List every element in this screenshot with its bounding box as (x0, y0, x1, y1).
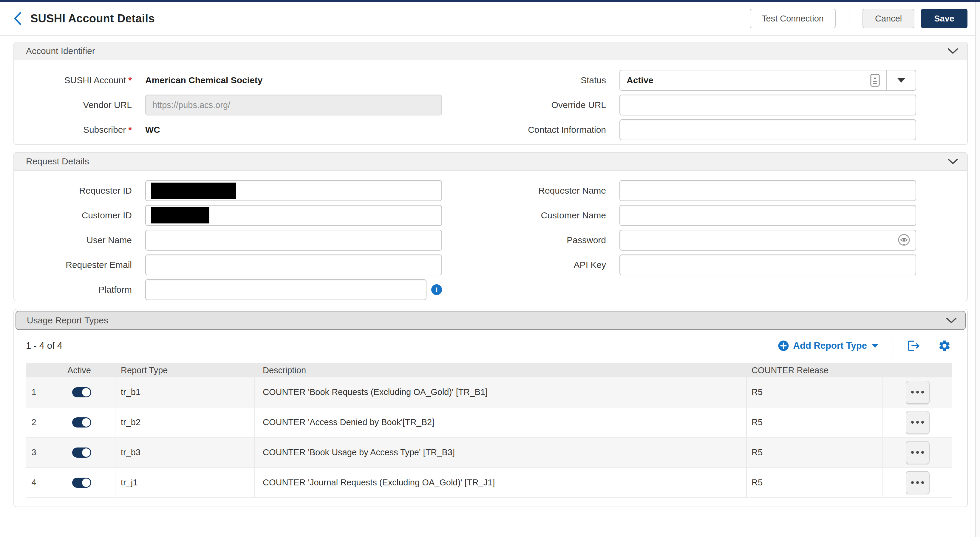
test-connection-button[interactable]: Test Connection (750, 9, 836, 28)
row-number: 3 (26, 438, 42, 467)
page-title: SUSHI Account Details (30, 12, 155, 25)
gear-icon (938, 339, 951, 352)
customer-name-input[interactable] (619, 205, 916, 226)
row-actions-button[interactable] (906, 471, 930, 494)
caret-down-icon (897, 78, 905, 83)
page-header: SUSHI Account Details Test Connection Ca… (0, 2, 980, 36)
row-number: 2 (26, 408, 42, 437)
request-details-section-header[interactable]: Request Details (14, 153, 967, 171)
override-url-input[interactable] (619, 94, 916, 115)
vendor-url-input (145, 94, 442, 115)
requester-id-label: Requester ID (14, 186, 132, 196)
description-cell: COUNTER 'Journal Requests (Excluding OA_… (255, 468, 747, 497)
contact-information-input[interactable] (619, 120, 916, 140)
caret-down-icon (872, 344, 878, 348)
save-button[interactable]: Save (921, 9, 967, 28)
requester-name-label: Requester Name (491, 186, 606, 196)
active-toggle[interactable] (72, 448, 91, 457)
row-actions-button[interactable] (906, 411, 930, 434)
required-asterisk: * (128, 125, 132, 135)
report-type-cell: tr_b2 (115, 408, 255, 437)
status-label: Status (491, 75, 606, 86)
platform-input[interactable] (145, 279, 426, 300)
api-key-input[interactable] (619, 255, 916, 276)
section-title: Account Identifier (26, 46, 95, 56)
toolbar-divider (892, 337, 893, 355)
counter-release-cell: R5 (747, 468, 883, 497)
add-circle-icon (778, 340, 789, 351)
active-column-header: Active (42, 365, 115, 375)
status-dropdown-button[interactable] (887, 78, 916, 83)
redaction-box (151, 183, 236, 199)
required-asterisk: * (128, 75, 132, 85)
subscriber-value: WC (145, 125, 160, 135)
table-row: 3 tr_b3 COUNTER 'Book Usage by Access Ty… (26, 438, 952, 468)
row-actions-button[interactable] (906, 441, 930, 464)
section-title: Usage Report Types (27, 316, 108, 325)
requester-email-label: Requester Email (14, 260, 132, 270)
settings-button[interactable] (938, 339, 951, 352)
usage-report-table: Active Report Type Description COUNTER R… (26, 363, 952, 498)
active-toggle[interactable] (72, 417, 91, 427)
user-name-input[interactable] (145, 230, 442, 250)
counter-release-column-header: COUNTER Release (747, 365, 883, 375)
api-key-label: API Key (491, 260, 606, 270)
active-toggle[interactable] (72, 387, 91, 397)
show-password-eye-icon[interactable] (897, 233, 911, 247)
password-label: Password (491, 235, 606, 245)
back-button[interactable] (13, 11, 23, 25)
chevron-down-icon[interactable] (946, 317, 957, 324)
header-actions: Test Connection Cancel Save (750, 9, 967, 28)
redaction-box (151, 207, 209, 223)
row-number: 1 (26, 378, 42, 407)
sushi-account-value: American Chemical Society (145, 75, 263, 85)
table-row: 2 tr_b2 COUNTER 'Access Denied by Book'[… (26, 408, 952, 438)
chevron-down-icon[interactable] (948, 158, 958, 165)
section-title: Request Details (26, 156, 89, 166)
description-cell: COUNTER 'Book Requests (Excluding OA_Gol… (255, 378, 747, 407)
report-type-cell: tr_b3 (115, 438, 255, 467)
table-row: 4 tr_j1 COUNTER 'Journal Requests (Exclu… (26, 468, 952, 498)
override-url-label: Override URL (491, 100, 606, 110)
customer-id-label: Customer ID (14, 210, 132, 221)
report-type-column-header: Report Type (115, 365, 255, 375)
requester-name-input[interactable] (619, 180, 916, 201)
export-button[interactable] (907, 339, 921, 353)
header-button-divider (849, 9, 850, 28)
row-number: 4 (26, 468, 42, 497)
report-type-cell: tr_b1 (115, 378, 255, 407)
active-toggle[interactable] (72, 478, 91, 488)
sushi-account-label: SUSHI Account* (14, 75, 132, 86)
account-identifier-section: Account Identifier SUSHI Account* Americ… (13, 42, 968, 145)
chevron-left-icon (13, 11, 23, 25)
requester-email-input[interactable] (145, 255, 442, 276)
export-icon (907, 339, 921, 353)
row-actions-button[interactable] (906, 381, 930, 404)
status-select[interactable]: Active (619, 70, 916, 91)
account-identifier-form: SUSHI Account* American Chemical Society… (14, 60, 967, 144)
table-row: 1 tr_b1 COUNTER 'Book Requests (Excludin… (26, 378, 952, 408)
pick-from-list-icon[interactable] (870, 73, 880, 88)
description-cell: COUNTER 'Access Denied by Book'[TR_B2] (255, 408, 747, 437)
usage-report-types-section-header[interactable]: Usage Report Types (16, 311, 966, 330)
request-details-section: Request Details Requester ID Requester N… (13, 152, 968, 301)
usage-report-toolbar: 1 - 4 of 4 Add Report Type (26, 336, 951, 355)
cancel-button[interactable]: Cancel (862, 9, 915, 28)
record-count: 1 - 4 of 4 (26, 340, 62, 351)
add-report-type-button[interactable]: Add Report Type (778, 340, 878, 351)
counter-release-cell: R5 (747, 408, 883, 437)
password-input[interactable] (619, 230, 916, 250)
table-header-row: Active Report Type Description COUNTER R… (26, 363, 952, 378)
contact-information-label: Contact Information (491, 125, 606, 135)
platform-label: Platform (14, 285, 132, 295)
description-cell: COUNTER 'Book Usage by Access Type' [TR_… (255, 438, 747, 467)
info-icon[interactable]: i (431, 284, 442, 295)
counter-release-cell: R5 (747, 378, 883, 407)
user-name-label: User Name (14, 235, 132, 245)
chevron-down-icon[interactable] (948, 48, 958, 54)
scrollbar-track[interactable] (975, 2, 980, 537)
counter-release-cell: R5 (747, 438, 883, 467)
vendor-url-label: Vendor URL (14, 100, 132, 110)
account-identifier-section-header[interactable]: Account Identifier (14, 42, 967, 60)
customer-name-label: Customer Name (491, 210, 606, 221)
